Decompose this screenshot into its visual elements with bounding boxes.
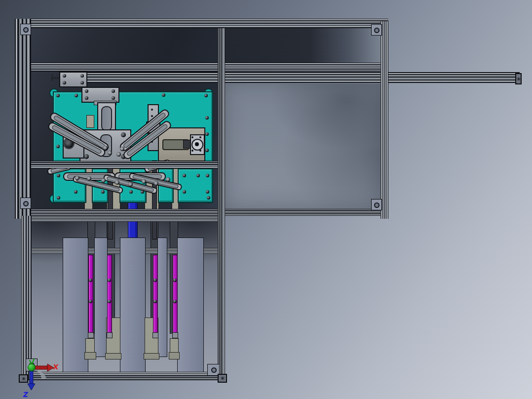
frame-middle-upright[interactable] <box>218 28 225 379</box>
pivot <box>166 177 170 182</box>
screw <box>56 94 60 97</box>
screw <box>206 190 209 194</box>
screw <box>153 300 157 303</box>
tooling-column[interactable] <box>94 238 108 357</box>
tooling-column[interactable] <box>177 238 204 375</box>
frame-left-upright[interactable] <box>15 19 31 219</box>
strip-foot <box>172 332 178 338</box>
origin-triad-icon: X Z <box>18 355 63 399</box>
pivot <box>103 146 108 150</box>
screw <box>129 190 133 194</box>
foot-step <box>84 352 96 359</box>
origin-ball <box>28 364 36 371</box>
locator-strip-magenta[interactable] <box>107 255 112 334</box>
frame-top-rail[interactable] <box>15 19 388 28</box>
screw <box>206 174 209 177</box>
pivot <box>87 176 91 181</box>
pivot <box>115 180 119 185</box>
screw <box>112 89 115 93</box>
axis-z-arrow <box>28 371 35 390</box>
screw <box>80 81 84 84</box>
foot-block <box>170 338 179 353</box>
pivot <box>101 178 106 183</box>
pivot <box>75 176 79 180</box>
motor-pin-tip <box>51 75 53 81</box>
screw <box>183 174 186 177</box>
foot-step <box>169 352 180 359</box>
corner-bracket <box>371 24 382 36</box>
foot-step <box>144 353 159 359</box>
screw <box>112 96 115 100</box>
screw <box>162 93 165 97</box>
flange-bore <box>195 142 199 146</box>
foot-block <box>85 338 95 353</box>
corner-bracket <box>20 198 31 209</box>
axis-z-label: Z <box>22 391 28 399</box>
lower-frame-top-rail[interactable] <box>21 216 225 222</box>
triad-shadow <box>36 369 46 379</box>
screw <box>183 190 186 194</box>
back-panel-medium <box>225 83 380 209</box>
strip-foot <box>107 332 113 338</box>
locator-strip-magenta[interactable] <box>173 255 178 334</box>
screw <box>85 96 88 100</box>
screw <box>153 279 157 282</box>
extrusion-endcap <box>218 374 227 383</box>
locator-strip-magenta[interactable] <box>153 255 158 334</box>
corner-bracket <box>371 199 382 210</box>
screw <box>205 116 209 120</box>
bracket-slot <box>101 106 112 131</box>
locator-strip-magenta[interactable] <box>88 255 93 334</box>
screw <box>89 279 92 282</box>
screw <box>207 196 210 200</box>
axis-x-label: X <box>52 363 59 371</box>
upper-cross-rail[interactable] <box>31 63 380 72</box>
screw <box>108 300 111 303</box>
frame-right-upright[interactable] <box>380 21 388 219</box>
pivot <box>128 182 133 187</box>
screw <box>173 279 177 282</box>
screw <box>57 196 60 200</box>
screw <box>101 190 105 194</box>
pivot <box>142 179 146 184</box>
pivot <box>108 151 112 155</box>
pivot <box>116 152 121 157</box>
screw <box>204 94 208 97</box>
screw <box>75 94 78 97</box>
screw <box>74 190 77 194</box>
motor-pin <box>52 77 59 79</box>
foot-step <box>105 353 121 359</box>
screw <box>196 174 200 177</box>
screw <box>108 279 111 282</box>
tooling-column[interactable] <box>120 238 146 375</box>
screw <box>205 149 209 152</box>
hole <box>151 109 153 111</box>
mid-cross-rail[interactable] <box>15 161 220 168</box>
screw <box>85 89 88 93</box>
pivot <box>120 147 124 151</box>
hole <box>191 150 193 152</box>
corner-bracket <box>20 24 31 35</box>
left-locator-tab <box>86 115 94 128</box>
back-panel-top-band <box>225 28 380 63</box>
strip-foot <box>88 332 94 338</box>
actuator-rail-endcap <box>515 73 522 84</box>
hole <box>199 136 201 138</box>
screw <box>63 74 66 78</box>
strip-foot <box>152 332 158 338</box>
screw <box>121 132 126 137</box>
screw <box>89 300 92 303</box>
tooling-column[interactable] <box>157 238 167 357</box>
frame-bottom-rail[interactable] <box>15 209 388 216</box>
cad-viewport: X Z <box>0 0 532 399</box>
screw <box>63 81 66 84</box>
screw <box>205 132 209 136</box>
hole <box>151 115 153 117</box>
screw <box>173 300 177 303</box>
screw <box>80 74 84 78</box>
hole <box>191 136 193 138</box>
screw <box>56 145 60 148</box>
screw <box>84 154 89 159</box>
screw <box>57 174 60 177</box>
linear-actuator-rail[interactable] <box>85 72 520 83</box>
